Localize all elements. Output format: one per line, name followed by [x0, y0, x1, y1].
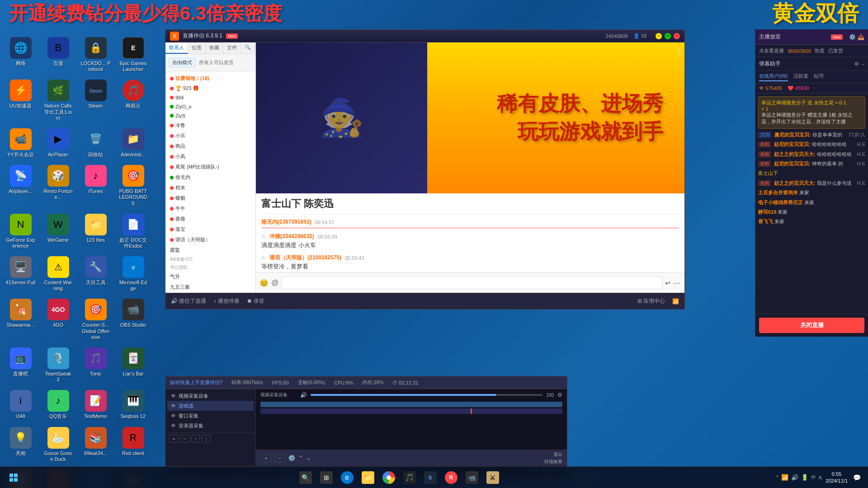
- list-item[interactable]: 蝶貌: [167, 193, 254, 203]
- tab-location[interactable]: 位置: [188, 42, 206, 54]
- icon-nature[interactable]: 🌿 Nature Calls 导出工具1.ism: [41, 78, 75, 123]
- icon-i348[interactable]: i i348: [4, 388, 38, 421]
- icon-goose[interactable]: 🦢 Goose Goose Duck: [41, 425, 75, 464]
- icon-seqbois[interactable]: 🎹 Seqbois 12: [116, 388, 150, 421]
- icon-liang[interactable]: 💡 亮相: [4, 425, 38, 464]
- start-button[interactable]: [4, 469, 24, 487]
- taskbar-steam[interactable]: S: [421, 469, 439, 487]
- icon-tianmu[interactable]: 🔧 天目工具: [79, 254, 113, 293]
- icon-rento[interactable]: 🎲 Rento Fortune...: [41, 163, 75, 208]
- taskbar-search[interactable]: 🔍: [297, 469, 315, 487]
- list-item[interactable]: 冷鲁: [167, 120, 254, 131]
- section-match[interactable]: 比赛场地！(18): [167, 73, 254, 84]
- list-item[interactable]: 谱语（天明版）: [167, 235, 254, 245]
- remove-source-btn[interactable]: −: [274, 454, 285, 462]
- helper-settings[interactable]: ⚙: [854, 60, 859, 68]
- icon-airplayer[interactable]: ▶ AirPlayer: [41, 127, 75, 160]
- emoji-button[interactable]: 😊: [259, 279, 269, 287]
- tab-online[interactable]: 在线用户(09): [759, 73, 788, 81]
- maximize-button[interactable]: □: [665, 33, 671, 39]
- scene-item-game[interactable]: 👁 游戏源: [167, 401, 254, 411]
- list-item[interactable]: 小凤: [167, 151, 254, 162]
- apps-btn[interactable]: ⊞ 应用中心: [637, 297, 665, 305]
- list-item[interactable]: 994: [167, 93, 254, 102]
- list-item[interactable]: 商品: [167, 141, 254, 151]
- taskbar-obs[interactable]: 📹: [463, 469, 481, 487]
- list-item[interactable]: 徐无内: [167, 172, 254, 183]
- tab-coins[interactable]: 钻币: [814, 73, 824, 81]
- tab-search[interactable]: 🔍: [241, 42, 255, 54]
- icon-obs[interactable]: 📹 OBS Studio: [116, 297, 150, 342]
- icon-pubg[interactable]: 🎯 PUBG BATTLEGROUNDS: [116, 163, 150, 208]
- list-item[interactable]: ZiyO_o: [167, 102, 254, 111]
- list-item[interactable]: 九五三酱: [167, 282, 254, 292]
- speaker-icon[interactable]: 🔊: [791, 474, 798, 481]
- icon-testmemo[interactable]: 📝 TestMemo: [79, 388, 113, 421]
- scene-item-launcher[interactable]: 👁 登录器采集: [167, 421, 254, 431]
- icon-liarsbar[interactable]: 🃏 Liar's Bar: [116, 346, 150, 385]
- icon-netease[interactable]: 🎵 网易云: [116, 78, 150, 123]
- icon-network[interactable]: 🌐 网络: [4, 35, 38, 74]
- up-scene-btn[interactable]: ↑: [191, 435, 200, 443]
- taskbar-explorer[interactable]: 📁: [359, 469, 377, 487]
- expand-btn[interactable]: ⌃: [298, 455, 303, 461]
- icon-zhiliaoba[interactable]: 📺 直播吧: [4, 346, 38, 385]
- settings-icon[interactable]: ⚙️: [849, 34, 856, 40]
- scroll-indicator[interactable]: ↑: [676, 47, 680, 55]
- icon-recyclebin[interactable]: 🗑️ 回收站: [79, 127, 113, 160]
- icon-wegame[interactable]: W WeGame: [41, 212, 75, 251]
- icon-123files[interactable]: 📁 123 files: [79, 212, 113, 251]
- icon-docx[interactable]: 📄 超正 DOC文件Esdoc: [116, 212, 150, 251]
- taskbar-chrome[interactable]: [380, 469, 398, 487]
- free-mode-button[interactable]: 自由模式: [169, 58, 195, 67]
- icon-riotclient[interactable]: R Riot client: [116, 425, 150, 464]
- icon-steam[interactable]: Steam Steam: [79, 78, 113, 123]
- icon-tonic[interactable]: 🎵 Tonic: [79, 346, 113, 385]
- taskbar-edge[interactable]: e: [338, 469, 356, 487]
- tab-active[interactable]: 活跃度: [793, 73, 808, 81]
- add-scene-btn[interactable]: +: [169, 435, 178, 443]
- icon-epicgames[interactable]: E Epic Games Launcher: [116, 35, 150, 74]
- icon-csgo[interactable]: 🎯 Counter-S... Global Offensive: [79, 297, 113, 342]
- taskbar-league[interactable]: ⚔: [484, 469, 502, 487]
- share-icon[interactable]: 📤: [858, 34, 864, 40]
- icon-qqmusic[interactable]: ♪ QQ音乐: [41, 388, 75, 421]
- list-item[interactable]: 蔷薇: [167, 214, 254, 224]
- send-button[interactable]: ↵: [665, 279, 671, 287]
- list-item[interactable]: 落宝: [167, 224, 254, 235]
- icon-itunes[interactable]: ♪ iTunes: [79, 163, 113, 208]
- icon-yykaihui[interactable]: 📹 YY开火会议: [4, 127, 38, 160]
- record-btn[interactable]: ⏺ 录音: [247, 297, 264, 305]
- down-scene-btn[interactable]: ↓: [202, 435, 211, 443]
- collapse-btn[interactable]: ⌄: [306, 455, 311, 461]
- taskbar-taskview[interactable]: ⊞: [317, 469, 335, 487]
- list-item[interactable]: 气升: [167, 272, 254, 282]
- list-item[interactable]: 牛牛: [167, 203, 254, 214]
- icon-geforce[interactable]: N GeForce Experience: [4, 212, 38, 251]
- icon-41server[interactable]: 🖥️ 41Server-Full: [4, 254, 38, 293]
- add-source-btn[interactable]: +: [260, 454, 271, 462]
- list-item[interactable]: 稻末: [167, 183, 254, 193]
- list-item[interactable]: 小乐: [167, 131, 254, 141]
- ime-icon[interactable]: A: [819, 475, 822, 480]
- icon-shawarma[interactable]: 🍖 Shawarma...: [4, 297, 38, 342]
- icon-edge[interactable]: e Microsoft Edge: [116, 254, 150, 293]
- list-item[interactable]: 🏆 923 🎁: [167, 84, 254, 93]
- taskbar-clock[interactable]: 0:55 2024/11/1: [826, 471, 848, 484]
- icon-teamspeak[interactable]: 🎙️ TeamSpeak 3: [41, 346, 75, 385]
- tab-favorites[interactable]: 收藏: [206, 42, 223, 54]
- scene-item-window[interactable]: 👁 窗口采集: [167, 411, 254, 421]
- more-button[interactable]: ⋯: [674, 279, 681, 287]
- icon-4go[interactable]: 4GO 4GO: [41, 297, 75, 342]
- close-button[interactable]: ×: [674, 33, 680, 39]
- tray-arrow[interactable]: ^: [776, 475, 778, 480]
- notification-button[interactable]: 💬: [851, 472, 863, 483]
- icon-lockdown[interactable]: 🔒 LOCKDO... Protocol: [79, 35, 113, 74]
- scene-item-video[interactable]: 👁 视频采集设备: [167, 391, 254, 401]
- settings-btn[interactable]: ⚙: [557, 392, 562, 398]
- remove-scene-btn[interactable]: −: [180, 435, 189, 443]
- list-item[interactable]: 尾尾 (MP比强路队-): [167, 162, 254, 172]
- tab-contacts[interactable]: 联系人: [165, 42, 188, 54]
- music-btn[interactable]: ♪ 播放伴奏: [213, 297, 239, 305]
- icon-uulauncher[interactable]: ⚡ UU加速器: [4, 78, 38, 123]
